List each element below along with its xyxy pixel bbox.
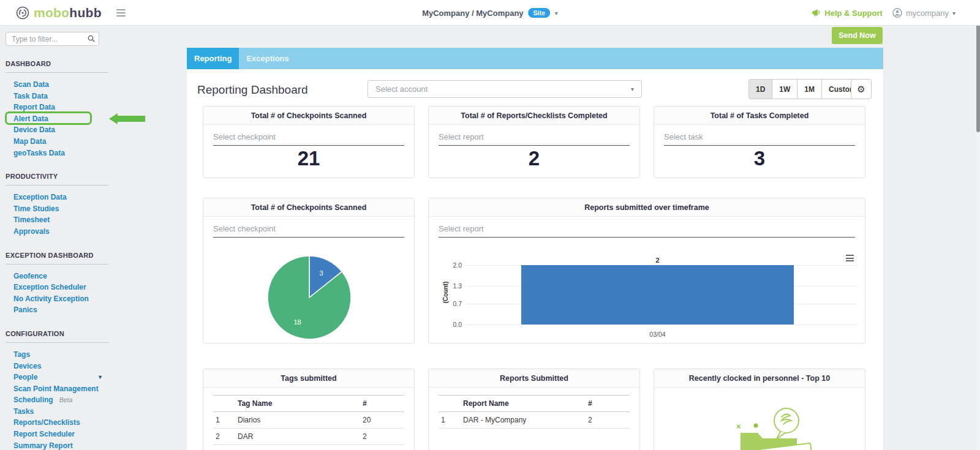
pie-chart: 318 <box>203 246 415 343</box>
sidebar-item-approvals[interactable]: Approvals <box>6 226 162 238</box>
scrollbar-track[interactable] <box>976 0 980 450</box>
card-title: Total # of Checkpoints Scanned <box>203 107 414 125</box>
card-title: Reports submitted over timeframe <box>429 198 865 217</box>
y-tick-label: 0.0 <box>440 321 462 328</box>
mobohubb-logo[interactable]: mobohubb <box>16 6 102 20</box>
tab-exceptions[interactable]: Exceptions <box>239 48 296 69</box>
sidebar-item-label: geoTasks Data <box>13 149 65 157</box>
y-tick-label: 0.7 <box>440 300 462 307</box>
table-cell: Diarios <box>235 412 360 429</box>
sidebar-item-exception-scheduler[interactable]: Exception Scheduler <box>6 282 162 293</box>
send-now-button[interactable]: Send Now <box>832 27 883 44</box>
beta-badge: Beta <box>59 396 73 403</box>
account-select[interactable]: Select account ▾ <box>368 80 642 98</box>
sidebar-item-label: Scan Data <box>13 80 49 89</box>
sidebar-item-device-data[interactable]: Device Data <box>6 124 162 136</box>
sidebar-item-exception-data[interactable]: Exception Data <box>6 192 162 203</box>
tab-reporting[interactable]: Reporting <box>187 48 239 69</box>
sidebar-nav: DASHBOARDScan DataTask DataReport DataAl… <box>0 26 173 450</box>
bar-data-label: 2 <box>655 257 659 264</box>
mobohubb-logo-icon <box>16 6 29 20</box>
search-input[interactable] <box>6 32 99 46</box>
sidebar-item-label: Tasks <box>13 407 34 416</box>
time-range-1w[interactable]: 1W <box>772 79 797 99</box>
arrow-tip <box>109 113 118 124</box>
sidebar-item-scheduling[interactable]: SchedulingBeta <box>6 394 162 406</box>
settings-gear-button[interactable]: ⚙ <box>851 79 872 99</box>
sidebar-item-tags[interactable]: Tags <box>6 349 162 361</box>
table-cell: 2 <box>586 412 630 429</box>
sidebar-item-scan-data[interactable]: Scan Data <box>6 79 162 91</box>
column-header: Tag Name <box>235 396 360 412</box>
section-divider <box>6 342 108 343</box>
sidebar-item-summary-report[interactable]: Summary Report <box>6 440 162 450</box>
task-select[interactable]: Select task <box>664 132 855 146</box>
sidebar-item-task-data[interactable]: Task Data <box>6 91 162 102</box>
table-cell: 2 <box>213 429 235 445</box>
sidebar-item-geotasks-data[interactable]: geoTasks Data <box>6 148 162 159</box>
column-header: # <box>586 396 630 412</box>
sidebar-item-label: Alert Data <box>13 114 48 123</box>
sidebar-item-report-data[interactable]: Report Data <box>6 102 162 113</box>
sidebar-item-no-activity-exception[interactable]: No Activity Exception <box>6 293 162 305</box>
pie-data-label: 3 <box>319 269 323 277</box>
sidebar-item-geofence[interactable]: Geofence <box>6 271 162 282</box>
card-title: Reports Submitted <box>429 369 639 388</box>
sidebar-item-timesheet[interactable]: Timesheet <box>6 214 162 226</box>
top-header: mobohubb MyCompany / MyCompany Site ▾ He… <box>0 0 980 26</box>
gridline <box>467 324 858 325</box>
header-right: Help & Support mycompany ▾ <box>812 0 956 26</box>
sidebar-item-people[interactable]: People▾ <box>6 372 162 383</box>
time-range-1d[interactable]: 1D <box>748 79 772 99</box>
sidebar-item-map-data[interactable]: Map Data <box>6 136 162 148</box>
data-table: Report Name#1DAR - MyCompany2 <box>439 395 630 429</box>
chevron-down-icon: ▾ <box>952 10 956 17</box>
sidebar-item-scan-point-management[interactable]: Scan Point Management <box>6 383 162 395</box>
table-cell: DAR <box>235 429 360 445</box>
sidebar-item-tasks[interactable]: Tasks <box>6 406 162 418</box>
help-support-label: Help & Support <box>824 9 883 18</box>
sidebar-item-panics[interactable]: Panics <box>6 304 162 316</box>
account-select-placeholder: Select account <box>375 84 631 94</box>
stat-card-tasks: Total # of Tasks Completed Select task 3 <box>654 106 865 178</box>
logo-text: mobohubb <box>34 6 102 20</box>
report-select[interactable]: Select report <box>439 224 855 238</box>
sidebar-item-report-scheduler[interactable]: Report Scheduler <box>6 429 162 440</box>
sidebar-item-alert-data[interactable]: Alert Data <box>6 113 162 125</box>
sidebar-item-label: Panics <box>13 306 37 314</box>
sidebar-item-time-studies[interactable]: Time Studies <box>6 203 162 215</box>
personnel-card: Recently clocked in personnel - Top 10 × <box>654 369 865 450</box>
sidebar-item-reports-checklists[interactable]: Reports/Checklists <box>6 417 162 429</box>
sidebar-section: DASHBOARDScan DataTask DataReport DataAl… <box>6 60 173 159</box>
menu-toggle-icon[interactable] <box>116 9 126 17</box>
column-header <box>439 396 461 412</box>
sidebar-search <box>6 32 99 46</box>
report-select[interactable]: Select report <box>439 132 630 146</box>
user-menu[interactable]: mycompany ▾ <box>892 8 956 18</box>
column-header: # <box>360 396 404 412</box>
sidebar-section: CONFIGURATIONTagsDevicesPeople▾Scan Poin… <box>6 330 173 450</box>
sidebar-item-label: Scan Point Management <box>13 384 99 393</box>
sidebar-item-label: Reports/Checklists <box>13 418 80 427</box>
sidebar-section-title: EXCEPTION DASHBOARD <box>6 252 173 259</box>
bar-series <box>521 265 794 324</box>
pie-chart-card: Total # of Checkpoints Scanned Select ch… <box>203 198 415 343</box>
sidebar-item-label: Geofence <box>13 272 47 280</box>
company-selector[interactable]: MyCompany / MyCompany Site ▾ <box>422 0 558 26</box>
help-support-link[interactable]: Help & Support <box>812 9 883 18</box>
search-icon <box>88 35 95 42</box>
sidebar-section-title: CONFIGURATION <box>6 330 173 337</box>
checkpoint-select[interactable]: Select checkpoint <box>213 132 404 146</box>
scrollbar-thumb[interactable] <box>976 12 980 132</box>
sidebar-item-label: People <box>13 373 37 381</box>
svg-text:×: × <box>736 422 741 431</box>
sidebar-item-label: Tags <box>13 350 30 359</box>
time-range-1m[interactable]: 1M <box>797 79 822 99</box>
megaphone-icon <box>812 9 821 17</box>
checkpoint-select[interactable]: Select checkpoint <box>213 224 404 238</box>
sidebar-item-devices[interactable]: Devices <box>6 361 162 372</box>
sidebar-item-label: No Activity Exception <box>13 294 89 303</box>
sidebar-section: PRODUCTIVITYException DataTime StudiesTi… <box>6 173 173 237</box>
sidebar-item-label: Devices <box>13 362 41 370</box>
main-panel: Reporting Dashboard Select account ▾ 1D1… <box>187 69 883 450</box>
